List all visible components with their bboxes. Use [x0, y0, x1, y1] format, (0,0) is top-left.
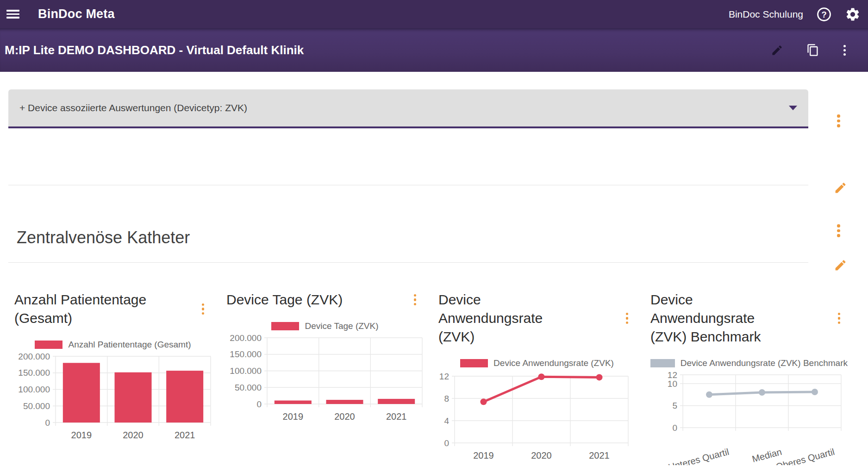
- chart-menu-icon[interactable]: [625, 312, 630, 325]
- dashboard-bar: M:IP Lite DEMO DASHBOARD - Virtual Defau…: [0, 28, 868, 72]
- svg-text:5: 5: [672, 401, 677, 410]
- svg-text:200.000: 200.000: [230, 333, 262, 343]
- legend-label: Device Anwendungsrate (ZVK) Benchmark: [681, 358, 848, 368]
- svg-text:0: 0: [444, 438, 449, 448]
- legend-swatch: [460, 359, 488, 367]
- chart-title: Device Anwendungsrate (ZVK): [438, 290, 543, 346]
- section-title: Zentralvenöse Katheter: [17, 228, 190, 247]
- main-content: + Device assoziierte Auswertungen (Devic…: [0, 72, 868, 467]
- chart-title: Device Tage (ZVK): [226, 290, 343, 309]
- chevron-down-icon: [789, 106, 797, 110]
- legend-swatch: [35, 341, 62, 349]
- bar-chart-canvas[interactable]: 050.000100.000150.000200.000201920202021: [226, 333, 424, 428]
- svg-text:2021: 2021: [589, 450, 610, 461]
- charts-divider: [8, 262, 808, 263]
- chart-menu-icon[interactable]: [201, 303, 206, 316]
- svg-text:Unteres Quartil: Unteres Quartil: [667, 447, 730, 465]
- line-chart-canvas[interactable]: 051012Unteres QuartilMedianOberes Quarti…: [650, 370, 848, 465]
- svg-text:2021: 2021: [386, 411, 407, 422]
- svg-text:100.000: 100.000: [230, 366, 262, 376]
- chart-title: Anzahl Patiententage (Gesamt): [14, 290, 146, 328]
- svg-text:8: 8: [444, 394, 449, 404]
- svg-text:0: 0: [256, 399, 262, 409]
- app-bar: BinDoc Meta BinDoc Schulung ?: [0, 0, 868, 28]
- app-title: BinDoc Meta: [38, 7, 115, 21]
- chart-legend[interactable]: Anzahl Patiententage (Gesamt): [14, 340, 212, 350]
- svg-text:2020: 2020: [531, 450, 552, 461]
- chart-menu-icon[interactable]: [413, 293, 418, 307]
- select-row-menu-icon[interactable]: [836, 114, 841, 128]
- svg-text:150.000: 150.000: [18, 368, 50, 378]
- select-label: + Device assoziierte Auswertungen (Devic…: [19, 102, 247, 114]
- svg-text:4: 4: [444, 416, 449, 426]
- svg-text:200.000: 200.000: [18, 352, 50, 361]
- chart-card-benchmark: Device Anwendungsrate (ZVK) Benchmark De…: [650, 290, 848, 465]
- device-evaluations-select[interactable]: + Device assoziierte Auswertungen (Devic…: [8, 89, 808, 128]
- svg-text:10: 10: [668, 379, 677, 389]
- chart-legend[interactable]: Device Anwendungsrate (ZVK) Benchmark: [650, 358, 848, 368]
- svg-text:?: ?: [821, 9, 826, 19]
- svg-text:2020: 2020: [334, 411, 355, 422]
- svg-text:150.000: 150.000: [230, 349, 262, 359]
- chart-card-device-tage: Device Tage (ZVK) Device Tage (ZVK) 050.…: [226, 290, 424, 465]
- legend-label: Device Anwendungsrate (ZVK): [493, 358, 614, 368]
- chart-menu-icon[interactable]: [837, 312, 842, 325]
- svg-text:2019: 2019: [71, 430, 92, 440]
- svg-text:100.000: 100.000: [18, 385, 50, 394]
- legend-label: Device Tage (ZVK): [305, 321, 378, 331]
- svg-text:0: 0: [45, 418, 50, 428]
- svg-text:2019: 2019: [473, 450, 494, 461]
- svg-text:12: 12: [439, 372, 449, 381]
- legend-swatch: [271, 322, 299, 330]
- chart-legend[interactable]: Device Tage (ZVK): [226, 321, 424, 331]
- svg-text:2021: 2021: [175, 430, 195, 440]
- svg-text:Oberes Quartil: Oberes Quartil: [775, 447, 836, 465]
- svg-text:50.000: 50.000: [235, 383, 262, 392]
- svg-text:12: 12: [668, 370, 677, 380]
- svg-text:50.000: 50.000: [23, 401, 50, 411]
- chart-title: Device Anwendungsrate (ZVK) Benchmark: [650, 290, 761, 346]
- copy-icon[interactable]: [806, 44, 819, 57]
- legend-label: Anzahl Patiententage (Gesamt): [68, 340, 191, 350]
- line-chart-canvas[interactable]: 04812201920202021: [438, 370, 636, 465]
- edit-pencil-icon[interactable]: [771, 44, 783, 57]
- bar-chart-canvas[interactable]: 050.000100.000150.000200.000201920202021: [14, 352, 212, 447]
- menu-icon[interactable]: [6, 10, 19, 19]
- charts-edit-pencil-icon[interactable]: [834, 259, 847, 272]
- chart-card-anwendungsrate: Device Anwendungsrate (ZVK) Device Anwen…: [438, 290, 636, 465]
- section-edit-pencil-icon[interactable]: [834, 181, 847, 195]
- dashboard-menu-icon[interactable]: [843, 44, 847, 57]
- user-label: BinDoc Schulung: [729, 9, 803, 20]
- charts-row: Anzahl Patiententage (Gesamt) Anzahl Pat…: [14, 290, 848, 465]
- section-menu-icon[interactable]: [836, 223, 841, 238]
- help-icon[interactable]: ?: [816, 6, 832, 22]
- settings-gear-icon[interactable]: [845, 6, 861, 22]
- legend-swatch: [650, 359, 675, 367]
- svg-text:2020: 2020: [123, 430, 144, 440]
- svg-text:2019: 2019: [283, 411, 304, 422]
- chart-card-patiententage: Anzahl Patiententage (Gesamt) Anzahl Pat…: [14, 290, 212, 465]
- section-divider: [8, 185, 808, 185]
- chart-legend[interactable]: Device Anwendungsrate (ZVK): [438, 358, 636, 368]
- dashboard-title: M:IP Lite DEMO DASHBOARD - Virtual Defau…: [5, 43, 304, 57]
- svg-text:0: 0: [672, 423, 677, 433]
